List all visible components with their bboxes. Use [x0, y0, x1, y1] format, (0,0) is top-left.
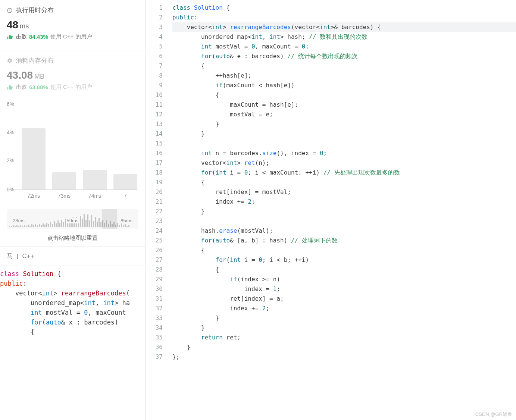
minimap-viewport[interactable]	[102, 209, 117, 229]
code-line[interactable]: }	[172, 129, 516, 139]
code-line[interactable]: public:	[172, 13, 516, 22]
x-tick: 74ms	[83, 193, 107, 199]
runtime-section: 执行用时分布 48ms 击败 84.43% 使用 C++ 的用户	[0, 0, 145, 46]
chart-bar[interactable]	[83, 170, 107, 189]
gear-icon	[7, 58, 13, 64]
code-line[interactable]: if(maxCount < hash[e])	[172, 81, 516, 90]
code-line[interactable]: {	[172, 245, 516, 255]
code-line[interactable]: }	[172, 342, 516, 352]
memory-section: 消耗内存分布 43.08MB 击败 63.68% 使用 C++ 的用户	[0, 50, 145, 97]
memory-beat: 击败 63.68% 使用 C++ 的用户	[7, 84, 138, 91]
chart-minimap[interactable]: 28ms 59ms 85ms	[7, 209, 138, 229]
beat-label: 击败	[16, 33, 27, 40]
runtime-beat: 击败 84.43% 使用 C++ 的用户	[7, 33, 138, 40]
code-line[interactable]: {	[172, 90, 516, 100]
chart-bar[interactable]	[52, 172, 76, 189]
minimap-hint: 点击缩略地图以重置	[0, 235, 145, 242]
code-line[interactable]: ret[index] = mostVal;	[172, 187, 516, 197]
beat-percent: 84.43%	[29, 34, 48, 40]
code-line[interactable]: {	[172, 61, 516, 71]
beat-suffix: 使用 C++ 的用户	[50, 84, 92, 91]
code-line[interactable]: vector<int> rearrangeBarcodes(vector<int…	[172, 22, 516, 32]
code-line[interactable]: for(int i = 0; i < b; ++i)	[172, 255, 516, 265]
code-line[interactable]: int mostVal = 0, maxCount = 0;	[172, 42, 516, 51]
code-line[interactable]: maxCount = hash[e];	[172, 100, 516, 110]
y-tick: 4%	[7, 129, 14, 135]
code-editor[interactable]: 1234567891011121314151617181920212223242…	[146, 0, 516, 420]
code-line[interactable]: index += 2;	[172, 197, 516, 207]
runtime-value: 48ms	[7, 19, 138, 31]
stats-panel: 执行用时分布 48ms 击败 84.43% 使用 C++ 的用户 消耗内存分布 …	[0, 0, 146, 420]
runtime-title: 执行用时分布	[16, 6, 54, 15]
code-line[interactable]	[172, 216, 516, 226]
code-line[interactable]: for(auto& e : barcodes) // 统计每个数出现的频次	[172, 51, 516, 61]
code-line[interactable]: if(index >= n)	[172, 275, 516, 284]
beat-percent: 63.68%	[29, 84, 48, 90]
code-line[interactable]: hash.erase(mostVal);	[172, 226, 516, 236]
minimap-tick: 85ms	[120, 218, 133, 223]
clock-icon	[7, 7, 13, 13]
code-line[interactable]: for(int i = 0; i < maxCount; ++i) // 先处理…	[172, 168, 516, 178]
code-line[interactable]: for(auto& [a, b] : hash) // 处理剩下的数	[172, 236, 516, 245]
beat-label: 击败	[16, 84, 27, 91]
code-line[interactable]: }	[172, 313, 516, 323]
lang-left: 马	[7, 252, 13, 260]
code-line[interactable]: index += 2;	[172, 304, 516, 313]
lang-name: C++	[22, 253, 34, 260]
code-line[interactable]: }	[172, 207, 516, 216]
code-line[interactable]: int n = barcodes.size(), index = 0;	[172, 148, 516, 158]
code-line[interactable]: };	[172, 352, 516, 362]
watermark: CSDN @GR鲸鱼	[475, 411, 512, 418]
code-line[interactable]: ++hash[e];	[172, 71, 516, 81]
code-line[interactable]: return ret;	[172, 333, 516, 342]
minimap-tick: 28ms	[12, 218, 25, 223]
code-line[interactable]: index = 1;	[172, 284, 516, 294]
lang-sep: |	[17, 253, 18, 260]
code-line[interactable]: vector<int> ret(n);	[172, 158, 516, 168]
code-line[interactable]: mostVal = e;	[172, 110, 516, 119]
x-tick: 7	[113, 193, 137, 199]
runtime-header: 执行用时分布	[7, 6, 138, 15]
code-body[interactable]: class Solution {public: vector<int> rear…	[172, 3, 516, 362]
x-tick: 72ms	[22, 193, 46, 199]
memory-header: 消耗内存分布	[7, 56, 138, 65]
line-gutter: 1234567891011121314151617181920212223242…	[146, 3, 169, 362]
memory-value: 43.08MB	[7, 69, 138, 81]
code-line[interactable]: ret[index] = a;	[172, 294, 516, 304]
y-tick: 2%	[7, 157, 14, 163]
code-line[interactable]: class Solution {	[172, 3, 516, 13]
x-tick: 73ms	[52, 193, 76, 199]
code-line[interactable]: {	[172, 265, 516, 275]
code-line[interactable]: }	[172, 323, 516, 333]
code-line[interactable]: unordered_map<int, int> hash; // 数和其出现的次…	[172, 32, 516, 42]
clap-icon	[7, 84, 13, 91]
language-bar[interactable]: 马 | C++	[0, 246, 145, 266]
chart-bar[interactable]	[22, 128, 46, 189]
memory-title: 消耗内存分布	[16, 56, 54, 65]
y-tick: 6%	[7, 101, 14, 107]
clap-icon	[7, 34, 13, 40]
runtime-chart[interactable]: 6% 4% 2% 0% 72ms73ms74ms7	[0, 97, 145, 203]
code-line[interactable]	[172, 139, 516, 148]
code-line[interactable]: {	[172, 178, 516, 187]
y-tick: 0%	[7, 187, 14, 192]
chart-bar[interactable]	[113, 174, 137, 189]
code-preview[interactable]: class Solution { public: vector<int> rea…	[0, 266, 145, 337]
beat-suffix: 使用 C++ 的用户	[50, 33, 92, 40]
code-line[interactable]: }	[172, 119, 516, 129]
